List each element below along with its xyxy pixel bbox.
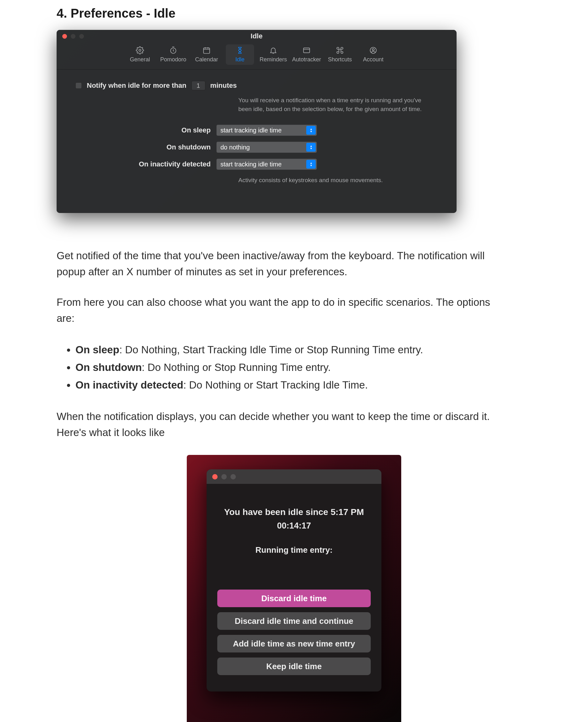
tab-label: Account [363, 56, 383, 63]
svg-point-5 [372, 49, 375, 51]
bell-icon [269, 46, 278, 55]
list-item: On sleep: Do Nothing, Start Tracking Idl… [76, 341, 531, 359]
tab-label: General [130, 56, 150, 63]
chevron-updown-icon [306, 143, 316, 152]
list-item: On inactivity detected: Do Nothing or St… [76, 376, 531, 394]
minutes-input[interactable]: 1 [191, 81, 205, 90]
discard-idle-button[interactable]: Discard idle time [217, 590, 371, 607]
select-value: do nothing [220, 144, 250, 151]
window-title: Idle [57, 32, 457, 40]
popup-titlebar [207, 469, 381, 484]
notify-suffix: minutes [210, 81, 237, 90]
add-new-entry-button[interactable]: Add idle time as new time entry [217, 635, 371, 653]
list-item: On shutdown: Do Nothing or Stop Running … [76, 359, 531, 376]
paragraph: From here you can also choose what you w… [57, 294, 497, 326]
tab-reminders[interactable]: Reminders [259, 44, 288, 65]
tab-pomodoro[interactable]: Pomodoro [159, 44, 187, 65]
window-titlebar: Idle [57, 30, 457, 42]
section-heading: 4. Preferences - Idle [57, 6, 531, 20]
paragraph: Get notified of the time that you've bee… [57, 248, 497, 280]
user-icon [369, 46, 378, 55]
notify-row: Notify when idle for more than 1 minutes [76, 81, 438, 90]
chevron-updown-icon [306, 160, 316, 169]
idle-popup-frame: You have been idle since 5:17 PM 00:14:1… [187, 455, 401, 722]
running-entry-text: Running time entry: [217, 545, 371, 555]
gear-icon [135, 46, 145, 55]
on-sleep-select[interactable]: start tracking idle time [216, 125, 317, 136]
svg-rect-2 [204, 48, 210, 53]
idle-since-text: You have been idle since 5:17 PM [217, 507, 371, 517]
on-inactivity-select[interactable]: start tracking idle time [216, 159, 317, 170]
timer-icon [169, 46, 178, 55]
tab-autotracker[interactable]: Autotracker [292, 44, 321, 65]
notify-label: Notify when idle for more than [87, 81, 187, 90]
prefs-toolbar: General Pomodoro Calendar Idle Reminders… [57, 42, 457, 69]
minimize-icon [222, 474, 227, 479]
zoom-icon [230, 474, 236, 479]
prefs-window: Idle General Pomodoro Calendar Idle Remi… [57, 30, 457, 213]
window-icon [302, 46, 311, 55]
discard-continue-button[interactable]: Discard idle time and continue [217, 612, 371, 630]
paragraph: When the notification displays, you can … [57, 408, 497, 440]
on-sleep-label: On sleep [76, 126, 211, 134]
close-icon[interactable] [212, 474, 217, 479]
on-inactivity-label: On inactivity detected [76, 160, 211, 168]
calendar-icon [202, 46, 211, 55]
tab-calendar[interactable]: Calendar [192, 44, 221, 65]
tab-idle[interactable]: Idle [226, 44, 254, 65]
command-icon [335, 46, 344, 55]
select-value: start tracking idle time [220, 127, 282, 134]
on-shutdown-label: On shutdown [76, 143, 211, 151]
svg-point-0 [139, 49, 141, 51]
notify-help-text: You will receive a notification when a t… [238, 96, 424, 113]
activity-note: Activity consists of keystrokes and mous… [238, 177, 438, 184]
tab-label: Shortcuts [328, 56, 352, 63]
options-list: On sleep: Do Nothing, Start Tracking Idl… [57, 341, 531, 394]
on-shutdown-select[interactable]: do nothing [216, 142, 317, 153]
prefs-screenshot-frame: Idle General Pomodoro Calendar Idle Remi… [57, 30, 457, 213]
tab-account[interactable]: Account [359, 44, 387, 65]
idle-duration-text: 00:14:17 [217, 521, 371, 531]
svg-rect-3 [303, 48, 310, 53]
idle-popup-window: You have been idle since 5:17 PM 00:14:1… [207, 469, 381, 692]
notify-checkbox[interactable] [76, 82, 82, 89]
tab-general[interactable]: General [126, 44, 154, 65]
tab-label: Idle [235, 56, 244, 63]
hourglass-icon [235, 46, 245, 55]
tab-label: Autotracker [292, 56, 321, 63]
tab-shortcuts[interactable]: Shortcuts [326, 44, 354, 65]
select-value: start tracking idle time [220, 161, 282, 168]
tab-label: Calendar [195, 56, 218, 63]
chevron-updown-icon [306, 126, 316, 135]
tab-label: Reminders [259, 56, 287, 63]
tab-label: Pomodoro [160, 56, 186, 63]
keep-idle-button[interactable]: Keep idle time [217, 658, 371, 675]
